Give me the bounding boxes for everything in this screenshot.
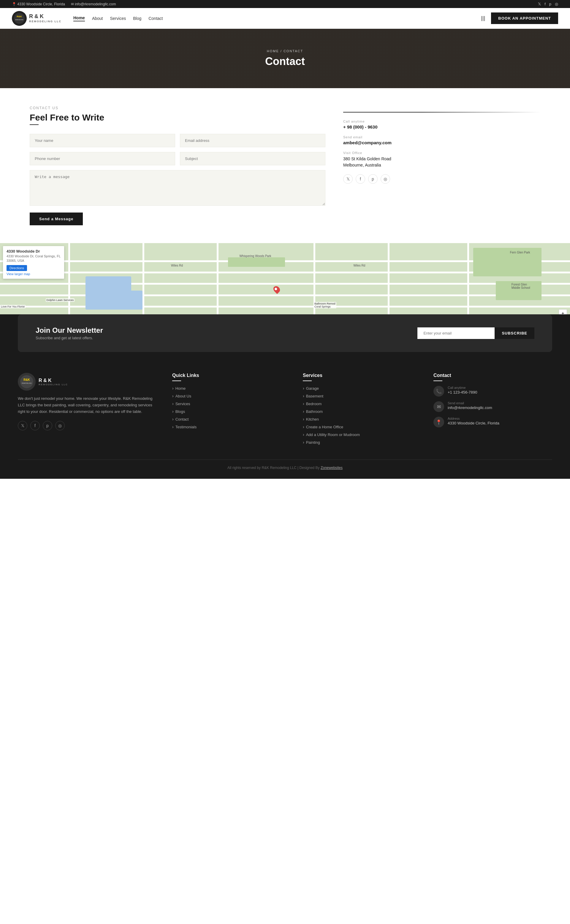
- footer-social: 𝕏 f p ◎: [18, 421, 160, 430]
- quick-link-testimonials[interactable]: Testimonials: [172, 424, 291, 429]
- info-block-call: Call anytime + 98 (000) - 9630: [343, 119, 540, 129]
- map-biz-bathroom: Bathroom RemodCoral Springs: [314, 302, 336, 308]
- service-basement[interactable]: Basement: [303, 393, 421, 398]
- top-bar-left: 📍 4330 Woodside Circle, Florida ✉ info@r…: [12, 2, 116, 6]
- map-label-whispering: Whispering Woods Park: [239, 254, 271, 258]
- office-value: 380 St Kilda Golden RoadMelbourne, Austr…: [343, 156, 540, 168]
- footer-contact-call: 📞 Call anytime +1 123-456-7890: [434, 386, 552, 396]
- newsletter-text: Join Our Newsletter Subscribe and get at…: [35, 326, 103, 340]
- bars-icon[interactable]: |||: [481, 15, 485, 21]
- hero-content: HOME / CONTACT Contact: [265, 49, 305, 68]
- title-underline: [30, 124, 38, 125]
- svg-point-3: [20, 375, 33, 388]
- svg-text:REMODELING: REMODELING: [15, 19, 23, 20]
- footer-contact-col: Contact 📞 Call anytime +1 123-456-7890 ✉…: [434, 373, 552, 448]
- navbar-left: R&K REMODELING R & K REMODELING LLC Home…: [12, 11, 163, 26]
- phone-icon: 📞: [434, 386, 444, 396]
- footer-twitter-icon[interactable]: 𝕏: [18, 421, 27, 430]
- form-row-2: [30, 152, 325, 165]
- list-item: Kitchen: [303, 417, 421, 421]
- contact-title: Feel Free to Write: [30, 113, 325, 122]
- info-block-office: Visit Office 380 St Kilda Golden RoadMel…: [343, 151, 540, 168]
- social-icons: 𝕏 f p ◎: [343, 174, 540, 184]
- contact-form-side: CONTACT US Feel Free to Write Send a Mes…: [30, 106, 325, 225]
- nav-link-contact[interactable]: Contact: [149, 16, 163, 21]
- list-item: About Us: [172, 393, 291, 398]
- map-card-title: 4330 Woodside Dr: [6, 249, 61, 254]
- subscribe-button[interactable]: Subscribe: [495, 327, 535, 339]
- info-block-email: Send email ambed@company.com: [343, 135, 540, 145]
- send-message-button[interactable]: Send a Message: [30, 213, 83, 225]
- footer-call-label: Call anytime: [448, 386, 477, 389]
- email-label: Send email: [343, 135, 540, 139]
- map-icon: 📍: [434, 417, 444, 427]
- map-label-wiles2: Wiles Rd: [353, 264, 365, 267]
- nav-links: Home About Services Blog Contact: [74, 15, 163, 21]
- map-label-forest: Forest GlenMiddle School: [512, 283, 530, 289]
- quick-link-blogs[interactable]: Blogs: [172, 409, 291, 414]
- instagram-icon[interactable]: ◎: [555, 2, 558, 6]
- svg-text:R&K: R&K: [17, 15, 22, 18]
- service-bathroom[interactable]: Bathroom: [303, 409, 421, 414]
- nav-link-home[interactable]: Home: [74, 15, 85, 21]
- newsletter-email-input[interactable]: [417, 327, 495, 339]
- nav-link-blog[interactable]: Blog: [133, 16, 141, 21]
- footer-instagram-icon[interactable]: ◎: [55, 421, 65, 430]
- service-bedroom[interactable]: Bedroom: [303, 401, 421, 406]
- services-title: Services: [303, 373, 421, 378]
- subject-input[interactable]: [180, 152, 325, 165]
- footer-email-value: info@rkremodelingllc.com: [448, 405, 492, 410]
- book-appointment-button[interactable]: BOOK AN APPOINTMENT: [491, 12, 558, 24]
- footer-facebook-icon[interactable]: f: [30, 421, 40, 430]
- service-home-office[interactable]: Create a Home Office: [303, 424, 421, 429]
- service-kitchen[interactable]: Kitchen: [303, 417, 421, 421]
- map-green: [473, 248, 541, 276]
- map-biz-dolphin: Dolphin Lawn Services: [46, 298, 75, 302]
- twitter-icon[interactable]: 𝕏: [343, 174, 353, 184]
- pinterest-icon[interactable]: p: [368, 174, 378, 184]
- footer-address-label: Address: [448, 417, 500, 420]
- quick-link-home[interactable]: Home: [172, 386, 291, 391]
- map-water: [114, 291, 142, 310]
- view-larger-map-link[interactable]: View larger map: [6, 272, 61, 276]
- footer-call-text: Call anytime +1 123-456-7890: [448, 386, 477, 395]
- quick-links-list: Home About Us Services Blogs Contact Tes…: [172, 386, 291, 429]
- contact-section: CONTACT US Feel Free to Write Send a Mes…: [0, 88, 570, 243]
- designer-link[interactable]: Zonewebsites: [320, 466, 343, 470]
- contact-info-side: Call anytime + 98 (000) - 9630 Send emai…: [343, 106, 540, 225]
- message-textarea[interactable]: [30, 170, 325, 206]
- copyright-text: All rights reserved by R&K Remodeling LL…: [227, 466, 320, 470]
- footer-contact-title: Contact: [434, 373, 552, 378]
- list-item: Bedroom: [303, 401, 421, 406]
- info-divider: [343, 112, 540, 113]
- email-value: ambed@company.com: [343, 140, 540, 145]
- nav-link-about[interactable]: About: [92, 16, 103, 21]
- footer-address-value: 4330 Woodside Circle, Florida: [448, 421, 500, 425]
- pinterest-icon[interactable]: p: [549, 2, 551, 6]
- service-utility-room[interactable]: Add a Utility Room or Mudroom: [303, 432, 421, 437]
- call-label: Call anytime: [343, 119, 540, 123]
- facebook-icon[interactable]: f: [355, 174, 365, 184]
- twitter-icon[interactable]: 𝕏: [538, 2, 541, 6]
- email-input[interactable]: [180, 134, 325, 147]
- nav-link-services[interactable]: Services: [110, 16, 126, 21]
- service-garage[interactable]: Garage: [303, 386, 421, 391]
- footer-pinterest-icon[interactable]: p: [43, 421, 52, 430]
- phone-input[interactable]: [30, 152, 175, 165]
- list-item: Garage: [303, 386, 421, 391]
- footer-address-text: Address 4330 Woodside Circle, Florida: [448, 417, 500, 425]
- facebook-icon[interactable]: f: [544, 2, 545, 6]
- location-icon: 📍 4330 Woodside Circle, Florida: [12, 2, 65, 6]
- instagram-icon[interactable]: ◎: [381, 174, 390, 184]
- quick-link-contact[interactable]: Contact: [172, 417, 291, 421]
- office-label: Visit Office: [343, 151, 540, 155]
- quick-links-underline: [172, 381, 181, 381]
- service-painting[interactable]: Painting: [303, 440, 421, 445]
- quick-link-about[interactable]: About Us: [172, 393, 291, 398]
- directions-button[interactable]: Directions: [6, 265, 27, 271]
- quick-link-services[interactable]: Services: [172, 401, 291, 406]
- svg-text:REMODELING: REMODELING: [21, 382, 32, 384]
- list-item: Bathroom: [303, 409, 421, 414]
- name-input[interactable]: [30, 134, 175, 147]
- map-card-address: 4330 Woodside Dr, Coral Springs, FL33065…: [6, 254, 61, 263]
